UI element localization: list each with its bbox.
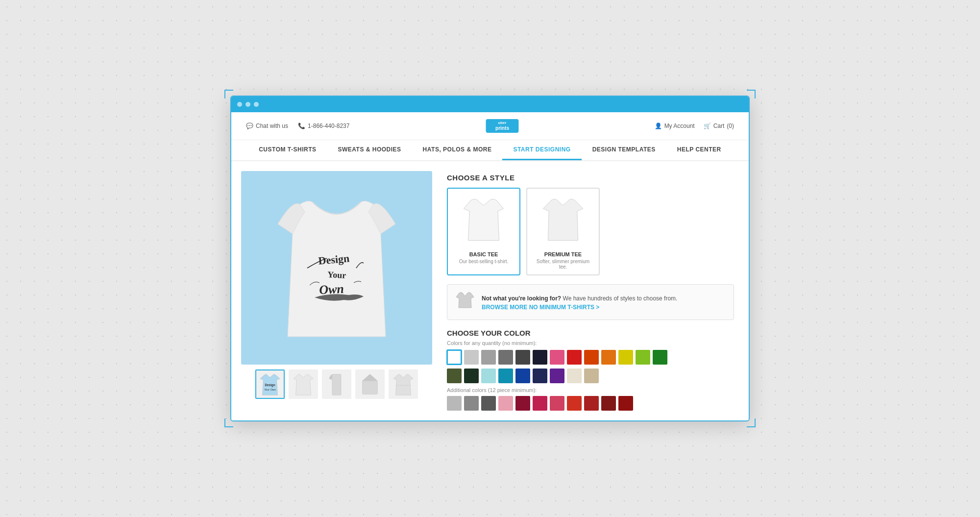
style-premium-tee[interactable]: PREMIUM TEE Softer, slimmer premium tee. <box>526 188 600 275</box>
product-image-area: Design Your Own <box>241 171 432 411</box>
nav-hats-polos[interactable]: HATS, POLOS & MORE <box>412 140 503 160</box>
additional-colors-grid <box>447 396 734 411</box>
nav-help-center[interactable]: HELP CENTER <box>666 140 732 160</box>
color-purple[interactable] <box>550 369 564 383</box>
browser-dot-red <box>237 102 242 107</box>
add-color-4[interactable] <box>498 396 513 411</box>
svg-text:Design: Design <box>265 383 275 387</box>
account-icon: 👤 <box>655 123 662 129</box>
color-grid-row1 <box>447 350 734 365</box>
add-color-11[interactable] <box>618 396 633 411</box>
cart-count: (0) <box>727 123 734 129</box>
phone-link[interactable]: 📞 1-866-440-8237 <box>298 123 349 129</box>
basic-tee-name: BASIC TEE <box>453 251 514 257</box>
basic-tee-image <box>459 194 508 247</box>
cart-icon: 🛒 <box>704 123 711 129</box>
product-main-image: Design Your Own <box>241 171 432 365</box>
color-grid-row2 <box>447 369 734 383</box>
color-teal[interactable] <box>498 369 513 383</box>
add-color-3[interactable] <box>481 396 496 411</box>
color-yellow[interactable] <box>618 350 633 365</box>
right-panel: CHOOSE A STYLE BASIC TEE Our best-sellin… <box>447 171 734 411</box>
thumbnail-front-plain[interactable] <box>289 369 318 399</box>
thumbnail-folded[interactable] <box>355 369 385 399</box>
tshirt-browse-icon <box>455 292 475 313</box>
top-bar: 💬 Chat with us 📞 1-866-440-8237 uber pri… <box>231 112 749 140</box>
additional-colors-title: Additional colors (12 piece minimum): <box>447 387 734 393</box>
add-color-6[interactable] <box>533 396 547 411</box>
add-color-8[interactable] <box>567 396 582 411</box>
color-olive[interactable] <box>447 369 462 383</box>
color-light-gray[interactable] <box>464 350 479 365</box>
top-bar-right: 👤 My Account 🛒 Cart (0) <box>655 123 734 129</box>
nav-custom-tshirts[interactable]: CUSTOM T-SHIRTS <box>248 140 327 160</box>
color-green[interactable] <box>653 350 667 365</box>
color-orange[interactable] <box>601 350 616 365</box>
browse-banner: Not what you're looking for? We have hun… <box>447 284 734 320</box>
phone-number: 1-866-440-8237 <box>308 123 349 129</box>
my-account-label: My Account <box>664 123 695 129</box>
svg-text:uber: uber <box>498 121 506 125</box>
browse-more-link[interactable]: BROWSE MORE NO MINIMUM T-SHIRTS > <box>482 304 677 311</box>
color-red[interactable] <box>567 350 582 365</box>
add-color-1[interactable] <box>447 396 462 411</box>
color-charcoal[interactable] <box>515 350 530 365</box>
choose-color-title: CHOOSE YOUR COLOR <box>447 329 734 337</box>
add-color-10[interactable] <box>601 396 616 411</box>
color-subtitle: Colors for any quantity (no minimum): <box>447 340 734 346</box>
style-basic-tee[interactable]: BASIC TEE Our best-selling t-shirt. <box>447 188 520 275</box>
color-white[interactable] <box>447 350 462 365</box>
svg-text:Your Own: Your Own <box>264 388 276 391</box>
thumbnail-detail[interactable] <box>389 369 418 399</box>
logo-area[interactable]: uber prints <box>485 117 519 135</box>
color-blue[interactable] <box>515 369 530 383</box>
basic-tee-desc: Our best-selling t-shirt. <box>453 259 514 264</box>
phone-icon: 📞 <box>298 123 305 129</box>
premium-tee-name: PREMIUM TEE <box>532 251 594 257</box>
browser-frame: 💬 Chat with us 📞 1-866-440-8237 uber pri… <box>230 96 750 421</box>
nav-sweats-hoodies[interactable]: SWEATS & HOODIES <box>327 140 412 160</box>
browse-banner-bold: Not what you're looking for? We have hun… <box>482 295 677 302</box>
color-dark-gray[interactable] <box>498 350 513 365</box>
color-tan[interactable] <box>584 369 599 383</box>
main-nav: CUSTOM T-SHIRTS SWEATS & HOODIES HATS, P… <box>231 140 749 161</box>
main-content: Design Your Own <box>231 161 749 420</box>
add-color-5[interactable] <box>515 396 530 411</box>
add-color-7[interactable] <box>550 396 564 411</box>
chat-label: Chat with us <box>256 123 288 129</box>
browser-dot-yellow <box>245 102 250 107</box>
color-light-blue[interactable] <box>481 369 496 383</box>
browse-banner-text-area: Not what you're looking for? We have hun… <box>482 294 677 311</box>
product-thumbnails: Design Your Own <box>241 369 432 399</box>
add-color-2[interactable] <box>464 396 479 411</box>
top-bar-left: 💬 Chat with us 📞 1-866-440-8237 <box>246 123 349 129</box>
svg-rect-8 <box>332 374 341 395</box>
chat-link[interactable]: 💬 Chat with us <box>246 123 288 129</box>
browser-dot-green <box>254 102 259 107</box>
add-color-9[interactable] <box>584 396 599 411</box>
browser-toolbar <box>231 97 749 112</box>
chat-icon: 💬 <box>246 123 253 129</box>
color-navy[interactable] <box>533 350 547 365</box>
choose-style-title: CHOOSE A STYLE <box>447 173 734 182</box>
color-dark-navy[interactable] <box>533 369 547 383</box>
style-options: BASIC TEE Our best-selling t-shirt. PREM… <box>447 188 734 275</box>
color-cream[interactable] <box>567 369 582 383</box>
thumbnail-front-design[interactable]: Design Your Own <box>255 369 285 399</box>
color-burnt-orange[interactable] <box>584 350 599 365</box>
premium-tee-image <box>539 194 588 247</box>
svg-rect-9 <box>363 381 378 394</box>
color-lime[interactable] <box>636 350 650 365</box>
cart-label: Cart <box>713 123 725 129</box>
svg-text:Your: Your <box>327 270 346 280</box>
my-account-link[interactable]: 👤 My Account <box>655 123 695 129</box>
color-gray[interactable] <box>481 350 496 365</box>
color-pink[interactable] <box>550 350 564 365</box>
premium-tee-desc: Softer, slimmer premium tee. <box>532 259 594 270</box>
color-dark-green[interactable] <box>464 369 479 383</box>
nav-start-designing[interactable]: START DESIGNING <box>502 140 581 160</box>
thumbnail-side[interactable] <box>322 369 351 399</box>
nav-design-templates[interactable]: DESIGN TEMPLATES <box>582 140 666 160</box>
cart-link[interactable]: 🛒 Cart (0) <box>704 123 734 129</box>
svg-text:prints: prints <box>495 125 509 131</box>
